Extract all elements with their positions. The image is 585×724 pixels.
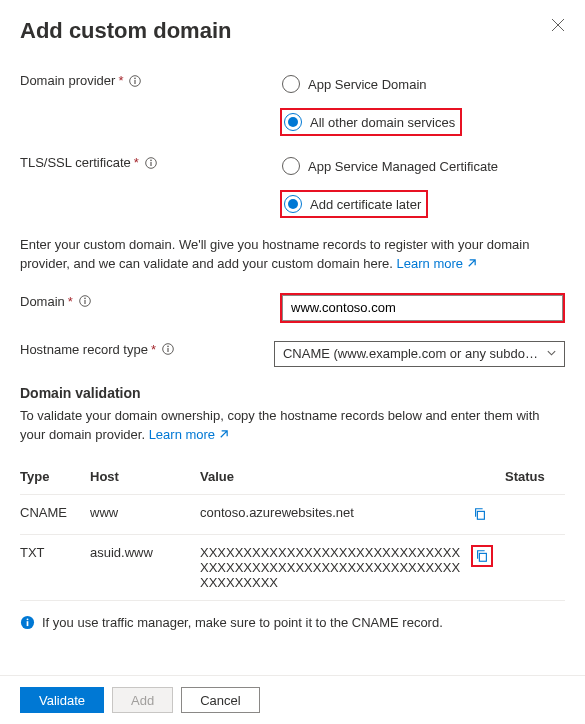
hostname-records-table: Type Host Value Status CNAME www contoso… [20, 459, 565, 601]
external-link-icon [466, 256, 477, 275]
required-asterisk: * [68, 294, 73, 309]
add-button: Add [112, 687, 173, 713]
cell-status [505, 495, 565, 535]
radio-all-other-domain[interactable]: All other domain services [282, 110, 460, 134]
info-icon [20, 615, 35, 630]
domain-provider-label: Domain provider [20, 73, 115, 88]
traffic-manager-note: If you use traffic manager, make sure to… [20, 615, 565, 630]
svg-rect-11 [167, 348, 168, 352]
cancel-button[interactable]: Cancel [181, 687, 259, 713]
dialog-title: Add custom domain [20, 18, 231, 44]
svg-point-4 [150, 159, 152, 161]
tls-label: TLS/SSL certificate [20, 155, 131, 170]
required-asterisk: * [118, 73, 123, 88]
domain-input[interactable] [282, 295, 563, 321]
radio-add-certificate-later[interactable]: Add certificate later [282, 192, 426, 216]
svg-rect-12 [477, 512, 484, 520]
info-icon[interactable] [145, 157, 157, 169]
radio-icon [282, 157, 300, 175]
cell-value: contoso.azurewebsites.net [200, 495, 471, 535]
radio-icon [284, 195, 302, 213]
svg-point-7 [84, 298, 86, 300]
col-type: Type [20, 459, 90, 495]
hostname-record-type-label: Hostname record type [20, 342, 148, 357]
close-icon[interactable] [551, 18, 565, 35]
svg-point-15 [27, 619, 29, 621]
dialog-footer: Validate Add Cancel [0, 675, 585, 724]
svg-rect-8 [84, 300, 85, 304]
domain-validation-heading: Domain validation [20, 385, 565, 401]
cell-host: asuid.www [90, 535, 200, 601]
cell-host: www [90, 495, 200, 535]
cell-value: XXXXXXXXXXXXXXXXXXXXXXXXXXXXXXXXXXXXXXXX… [200, 535, 471, 601]
external-link-icon [218, 427, 229, 446]
chevron-down-icon [546, 346, 557, 361]
svg-point-10 [167, 346, 169, 348]
domain-label: Domain [20, 294, 65, 309]
table-header-row: Type Host Value Status [20, 459, 565, 495]
col-status: Status [505, 459, 565, 495]
learn-more-link[interactable]: Learn more [397, 256, 477, 271]
copy-icon[interactable] [471, 545, 493, 567]
note-text: If you use traffic manager, make sure to… [42, 615, 443, 630]
required-asterisk: * [151, 342, 156, 357]
cell-status [505, 535, 565, 601]
svg-rect-2 [135, 80, 136, 84]
radio-label: Add certificate later [310, 197, 421, 212]
info-icon[interactable] [129, 75, 141, 87]
radio-app-service-domain[interactable]: App Service Domain [280, 72, 565, 96]
domain-validation-desc: To validate your domain ownership, copy … [20, 407, 565, 446]
radio-label: App Service Managed Certificate [308, 159, 498, 174]
validate-button[interactable]: Validate [20, 687, 104, 713]
radio-icon [282, 75, 300, 93]
col-host: Host [90, 459, 200, 495]
hostname-record-type-select[interactable]: CNAME (www.example.com or any subdo… [274, 341, 565, 367]
radio-label: All other domain services [310, 115, 455, 130]
radio-label: App Service Domain [308, 77, 427, 92]
domain-description: Enter your custom domain. We'll give you… [20, 236, 565, 275]
radio-icon [284, 113, 302, 131]
col-copy [471, 459, 505, 495]
table-row: CNAME www contoso.azurewebsites.net [20, 495, 565, 535]
copy-icon[interactable] [471, 505, 489, 523]
radio-managed-certificate[interactable]: App Service Managed Certificate [280, 154, 565, 178]
cell-type: CNAME [20, 495, 90, 535]
cell-type: TXT [20, 535, 90, 601]
table-row: TXT asuid.www XXXXXXXXXXXXXXXXXXXXXXXXXX… [20, 535, 565, 601]
required-asterisk: * [134, 155, 139, 170]
col-value: Value [200, 459, 471, 495]
info-icon[interactable] [162, 343, 174, 355]
svg-rect-5 [150, 162, 151, 166]
select-value: CNAME (www.example.com or any subdo… [283, 346, 538, 361]
learn-more-link[interactable]: Learn more [149, 427, 229, 442]
svg-point-1 [135, 77, 137, 79]
svg-rect-13 [479, 554, 486, 562]
svg-rect-16 [27, 622, 29, 627]
info-icon[interactable] [79, 295, 91, 307]
